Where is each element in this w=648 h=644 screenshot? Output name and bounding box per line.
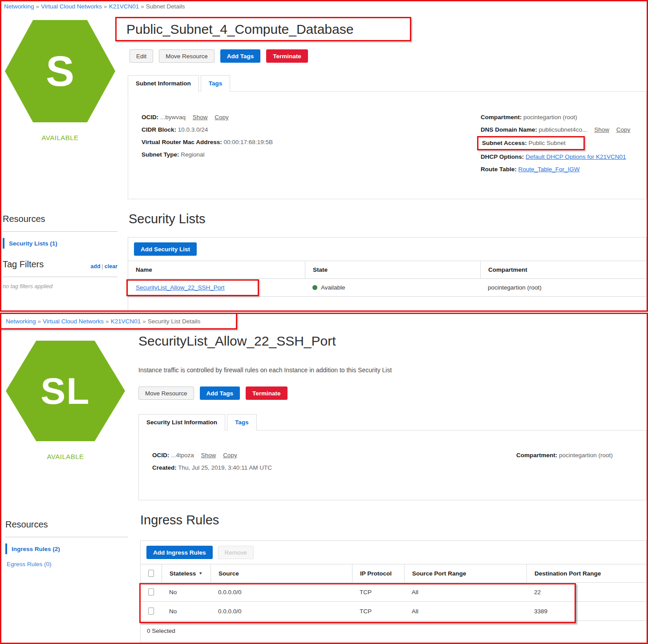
breadcrumb-separator: »	[36, 318, 43, 325]
breadcrumb-separator: »	[102, 3, 109, 10]
column-header-destination-port-range[interactable]: Destination Port Range	[526, 564, 646, 582]
cidr-field: CIDR Block: 10.0.3.0/24	[142, 126, 273, 133]
tag-clear-link[interactable]: clear	[105, 263, 117, 270]
stateless-header-label: Stateless	[170, 570, 196, 577]
select-all-cell	[141, 564, 162, 582]
security-list-icon-block: SL AVAILABLE	[5, 341, 126, 460]
add-ingress-rules-button[interactable]: Add Ingress Rules	[146, 546, 213, 559]
dns-show-link[interactable]: Show	[594, 126, 609, 133]
source-cell: 0.0.0.0/0	[211, 602, 352, 620]
subnet-icon-letter: S	[46, 47, 74, 96]
subnet-type-label: Subnet Type:	[142, 151, 179, 158]
created-value: Thu, Jul 25, 2019, 3:40:11 AM UTC	[178, 464, 272, 471]
tab-subnet-information[interactable]: Subnet Information	[128, 75, 199, 92]
subnet-access-label: Subnet Access:	[482, 140, 527, 146]
sidebar-item-ingress-rules[interactable]: Ingress Rules (2)	[5, 537, 128, 552]
state-value: Available	[321, 284, 345, 291]
vrma-value: 00:00:17:68:19:5B	[224, 139, 273, 145]
tab-tags[interactable]: Tags	[227, 414, 257, 431]
compartment-field: Compartment: pocintegartion (root)	[481, 114, 646, 121]
column-header-compartment[interactable]: Compartment	[480, 261, 646, 278]
table-row: SecurityList_Allow_22_SSH_Port Available…	[128, 279, 646, 297]
column-header-stateless[interactable]: Stateless ▼	[162, 564, 211, 582]
destination-port-range-cell: 22	[526, 583, 646, 601]
dhcp-options-field: DHCP Options: Default DHCP Options for K…	[481, 153, 646, 160]
move-resource-button[interactable]: Move Resource	[138, 386, 194, 400]
subnet-icon-block: S AVAILABLE	[4, 20, 116, 141]
dhcp-options-label: DHCP Options:	[481, 153, 524, 160]
ocid-field: OCID: ...bywvaq Show Copy	[142, 114, 273, 121]
add-tags-button[interactable]: Add Tags	[220, 49, 261, 63]
tab-tags[interactable]: Tags	[201, 75, 231, 92]
ingress-rules-toolbar: Add Ingress Rules Remove	[141, 541, 646, 564]
column-header-source-port-range[interactable]: Source Port Range	[404, 564, 526, 582]
row-checkbox-cell	[141, 583, 162, 601]
row-checkbox[interactable]	[148, 588, 154, 596]
info-left-column: OCID: ...4tpoza Show Copy Created: Thu, …	[152, 452, 272, 500]
terminate-button[interactable]: Terminate	[246, 386, 288, 400]
ocid-copy-link[interactable]: Copy	[215, 114, 229, 121]
route-table-label: Route Table:	[481, 166, 517, 173]
breadcrumb-vcn-list[interactable]: Virtual Cloud Networks	[43, 318, 104, 325]
subnet-hexagon-icon: S	[5, 20, 115, 122]
dhcp-options-link[interactable]: Default DHCP Options for K21VCN01	[526, 153, 626, 160]
tab-security-list-information[interactable]: Security List Information	[138, 414, 225, 431]
security-list-name-cell: SecurityList_Allow_22_SSH_Port	[128, 279, 305, 296]
terminate-button[interactable]: Terminate	[266, 49, 308, 63]
ocid-label: OCID:	[152, 452, 169, 459]
table-header-row: Stateless ▼ Source IP Protocol Source Po…	[141, 564, 646, 583]
state-cell: Available	[305, 279, 480, 296]
security-lists-table: Add Security List Name State Compartment…	[128, 237, 647, 310]
annotation-box-breadcrumb: Networking»Virtual Cloud Networks»K21VCN…	[0, 313, 237, 330]
security-list-hexagon-icon: SL	[6, 341, 125, 441]
info-right-column: Compartment: pocintegartion (root) DNS D…	[481, 114, 646, 199]
select-all-checkbox[interactable]	[148, 570, 154, 577]
column-header-ip-protocol[interactable]: IP Protocol	[352, 564, 404, 582]
page-title: Public_Subnet_4_Compute_Database	[126, 22, 353, 37]
move-resource-button[interactable]: Move Resource	[159, 49, 215, 63]
ocid-show-link[interactable]: Show	[193, 114, 208, 121]
sort-arrow-icon: ▼	[198, 571, 202, 576]
route-table-field: Route Table: Route_Table_For_IGW	[481, 166, 646, 173]
ocid-copy-link[interactable]: Copy	[223, 452, 237, 459]
sidebar-item-egress-rules[interactable]: Egress Rules (0)	[5, 552, 128, 568]
column-header-state[interactable]: State	[305, 261, 480, 278]
sidebar-item-security-lists[interactable]: Security Lists (1)	[3, 232, 117, 247]
edit-button[interactable]: Edit	[130, 49, 153, 63]
breadcrumb-vcn[interactable]: K21VCN01	[111, 318, 141, 325]
destination-port-range-cell: 3389	[526, 602, 646, 620]
security-list-link[interactable]: SecurityList_Allow_22_SSH_Port	[136, 284, 225, 291]
dns-copy-link[interactable]: Copy	[616, 126, 631, 133]
compartment-field: Compartment: pocintegartion (root)	[516, 452, 646, 459]
table-row: No 0.0.0.0/0 TCP All 3389	[141, 602, 646, 621]
ip-protocol-cell: TCP	[352, 583, 404, 601]
vrma-label: Virtual Router Mac Address:	[142, 139, 222, 145]
dns-domain-field: DNS Domain Name: publicsubnet4co... Show…	[481, 126, 646, 133]
ocid-value: ...4tpoza	[171, 452, 194, 459]
breadcrumb-vcn-list[interactable]: Virtual Cloud Networks	[41, 3, 102, 10]
route-table-link[interactable]: Route_Table_For_IGW	[518, 166, 580, 173]
column-header-source[interactable]: Source	[211, 564, 352, 582]
tag-add-link[interactable]: add	[90, 263, 100, 270]
source-port-range-cell: All	[404, 602, 526, 620]
add-tags-button[interactable]: Add Tags	[200, 386, 240, 400]
tab-bar: Security List Information Tags	[138, 414, 257, 431]
table-empty-area	[128, 297, 646, 311]
info-left-column: OCID: ...bywvaq Show Copy CIDR Block: 10…	[142, 114, 273, 199]
ocid-show-link[interactable]: Show	[201, 452, 216, 459]
add-security-list-button[interactable]: Add Security List	[134, 242, 197, 256]
row-checkbox[interactable]	[148, 608, 154, 615]
remove-button[interactable]: Remove	[218, 546, 254, 559]
resources-heading: Resources	[3, 214, 117, 224]
subnet-access-value: Public Subnet	[529, 140, 566, 146]
page-title: SecurityList_Allow_22_SSH_Port	[138, 334, 336, 349]
created-label: Created:	[152, 464, 177, 471]
column-header-name[interactable]: Name	[128, 261, 305, 278]
tag-filter-links: add|clear	[90, 263, 117, 270]
breadcrumb-networking[interactable]: Networking	[4, 3, 34, 10]
stateless-cell: No	[162, 602, 211, 620]
breadcrumb-current: Subnet Details	[146, 3, 185, 10]
breadcrumb-vcn[interactable]: K21VCN01	[109, 3, 139, 10]
breadcrumb-networking[interactable]: Networking	[6, 318, 36, 325]
security-lists-heading: Security Lists	[129, 212, 205, 226]
